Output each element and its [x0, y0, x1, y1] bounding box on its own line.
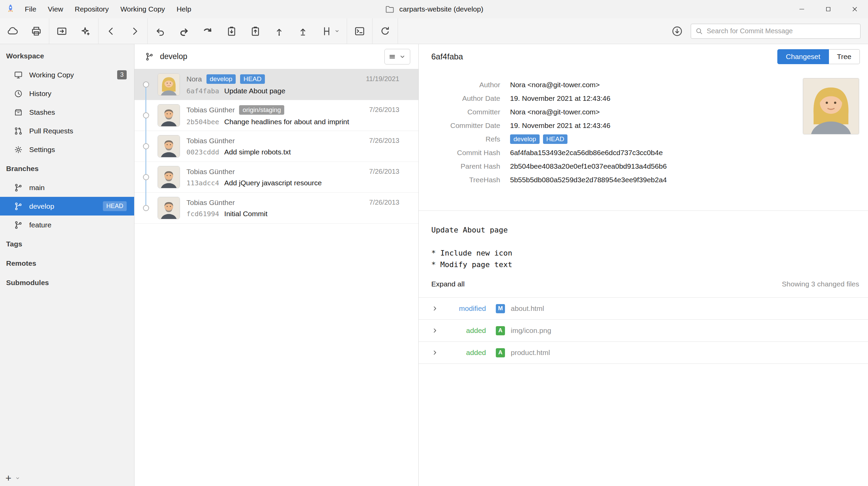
avatar: [158, 197, 180, 219]
commit-line1: Tobias Günther7/26/2013: [186, 168, 399, 176]
printer-button[interactable]: [24, 18, 48, 44]
changed-files-header: Expand all Showing 3 changed files: [419, 270, 868, 298]
menu-help[interactable]: Help: [171, 0, 197, 18]
section-header-remotes[interactable]: Remotes: [0, 254, 134, 273]
commit-hash: 2b504bee: [186, 118, 219, 126]
file-name: product.html: [511, 349, 550, 357]
graph-node-icon: [143, 205, 149, 211]
chevron-right-icon: [431, 327, 439, 334]
ref-badge-head: HEAD: [240, 74, 265, 84]
quick-actions-icon: [80, 25, 91, 37]
minimize-button[interactable]: [789, 0, 815, 18]
commit-text: Tobias Günther7/26/2013113adcc4Add jQuer…: [186, 168, 399, 187]
file-row-product-html[interactable]: addedAproduct.html: [419, 342, 868, 364]
rebase-icon: [297, 25, 309, 37]
commit-list-pane: develop NoradevelopHEAD11/19/20216af4fab…: [134, 44, 419, 486]
cloud-icon: [7, 25, 18, 37]
commit-row-6af4faba[interactable]: NoradevelopHEAD11/19/20216af4fabaUpdate …: [134, 69, 418, 100]
toolbar-group: [49, 18, 98, 44]
sidebar-item-working-copy[interactable]: Working Copy3: [0, 66, 134, 84]
commit-date: 11/19/2021: [366, 75, 399, 83]
section-header-workspace[interactable]: Workspace: [0, 46, 134, 66]
stash-apply-icon: [250, 25, 261, 37]
force-push-button[interactable]: [196, 18, 220, 44]
file-status-badge: A: [496, 348, 505, 357]
chevron-right-icon: [431, 349, 439, 356]
chevron-down-icon[interactable]: [15, 475, 21, 481]
commit-date: 7/26/2013: [369, 137, 399, 145]
stash-save-button[interactable]: [220, 18, 243, 44]
commit-message: Initial Commit: [224, 210, 267, 218]
push-button[interactable]: [172, 18, 196, 44]
quick-actions-button[interactable]: [74, 18, 97, 44]
detail-field-author: AuthorNora <nora@git-tower.com>: [419, 78, 868, 92]
sidebar-item-feature[interactable]: feature: [0, 216, 134, 234]
chevron-right-icon: [431, 305, 439, 312]
detail-field-committer-date: Committer Date19. November 2021 at 12:43…: [419, 119, 868, 132]
toolbar-group: [347, 18, 373, 44]
close-button[interactable]: [842, 0, 868, 18]
sidebar-item-stashes[interactable]: Stashes: [0, 103, 134, 122]
chevron-down-icon: [398, 53, 406, 61]
commit-search: [691, 24, 861, 39]
pull-icon: [155, 25, 166, 37]
folder-icon: [385, 4, 395, 14]
sidebar-item-pull-requests[interactable]: Pull Requests: [0, 122, 134, 140]
forward-button[interactable]: [123, 18, 147, 44]
sidebar-item-settings[interactable]: Settings: [0, 140, 134, 159]
fetch-activity-icon[interactable]: [671, 25, 683, 37]
commit-line2: 113adcc4Add jQuery javascript resource: [186, 179, 399, 187]
force-push-icon: [202, 25, 214, 37]
file-row-about-html[interactable]: modifiedMabout.html: [419, 298, 868, 320]
menu-repository[interactable]: Repository: [69, 0, 114, 18]
commit-list-header: develop: [134, 44, 418, 69]
menu-working-copy[interactable]: Working Copy: [114, 0, 171, 18]
commit-row-113adcc4[interactable]: Tobias Günther7/26/2013113adcc4Add jQuer…: [134, 162, 418, 193]
field-value: Nora <nora@git-tower.com>: [510, 108, 600, 116]
file-row-img-icon-png[interactable]: addedAimg/icon.png: [419, 320, 868, 342]
search-input[interactable]: [691, 24, 861, 39]
rebase-button[interactable]: [291, 18, 315, 44]
list-options-button[interactable]: [384, 49, 410, 64]
back-button[interactable]: [99, 18, 123, 44]
ref-badge-develop: develop: [510, 134, 540, 144]
section-header-branches[interactable]: Branches: [0, 159, 134, 178]
menu-file[interactable]: File: [19, 0, 42, 18]
refresh-button[interactable]: [373, 18, 397, 44]
sidebar-item-history[interactable]: History: [0, 84, 134, 103]
detail-field-refs: RefsdevelopHEAD: [419, 132, 868, 146]
commit-detail-pane: 6af4faba ChangesetTree AuthorNora <nora@…: [419, 44, 868, 486]
terminal-button[interactable]: [348, 18, 372, 44]
pull-button[interactable]: [148, 18, 172, 44]
graph-node-icon: [143, 143, 149, 149]
commit-text: Tobias Günther7/26/20130023cdddAdd simpl…: [186, 137, 399, 156]
commit-row-fcd61994[interactable]: Tobias Günther7/26/2013fcd61994Initial C…: [134, 193, 418, 224]
branch-icon: [14, 220, 23, 230]
add-repository-button[interactable]: +: [5, 473, 12, 483]
sidebar-item-main[interactable]: main: [0, 178, 134, 197]
maximize-button[interactable]: [815, 0, 842, 18]
menu-view[interactable]: View: [42, 0, 69, 18]
open-repository-button[interactable]: [50, 18, 74, 44]
commit-row-0023cddd[interactable]: Tobias Günther7/26/20130023cdddAdd simpl…: [134, 131, 418, 162]
ref-badge-origin-staging: origin/staging: [239, 105, 284, 115]
commit-row-2b504bee[interactable]: Tobias Güntherorigin/staging7/26/20132b5…: [134, 100, 418, 131]
commit-list: NoradevelopHEAD11/19/20216af4fabaUpdate …: [134, 69, 418, 486]
tab-changeset[interactable]: Changeset: [777, 49, 829, 64]
expand-all-button[interactable]: Expand all: [431, 280, 465, 288]
stash-apply-button[interactable]: [243, 18, 267, 44]
commit-author: Tobias Günther: [186, 199, 235, 207]
tab-tree[interactable]: Tree: [829, 49, 860, 64]
toolbar-right: [671, 18, 868, 44]
field-label: Commit Hash: [419, 149, 500, 157]
sidebar-item-label: Pull Requests: [29, 127, 127, 135]
sidebar-item-develop[interactable]: developHEAD: [0, 197, 134, 216]
merge-button[interactable]: [267, 18, 291, 44]
section-header-tags[interactable]: Tags: [0, 234, 134, 254]
commit-hash: 6af4faba: [186, 87, 219, 95]
cloud-button[interactable]: [1, 18, 24, 44]
history-icon: [14, 89, 23, 98]
compare-branches-button[interactable]: [315, 18, 346, 44]
commit-text: NoradevelopHEAD11/19/20216af4fabaUpdate …: [186, 74, 399, 95]
section-header-submodules[interactable]: Submodules: [0, 273, 134, 292]
